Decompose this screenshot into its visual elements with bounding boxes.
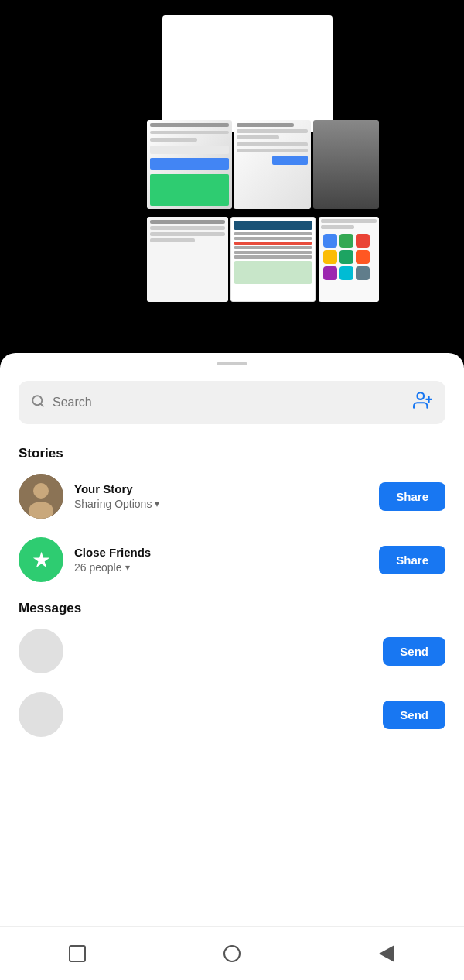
sheet-content: Stories Your Story Sharing Options ▾	[0, 365, 464, 737]
your-story-title: Your Story	[74, 482, 379, 495]
close-friends-title: Close Friends	[74, 546, 379, 559]
your-story-avatar	[19, 474, 63, 519]
screenshot-sub2	[234, 120, 311, 209]
your-story-subtitle[interactable]: Sharing Options ▾	[74, 498, 379, 510]
sharing-options-chevron: ▾	[155, 499, 159, 509]
send-button-1[interactable]: Send	[383, 637, 445, 666]
triangle-icon	[379, 945, 394, 962]
screenshot-sub3	[313, 120, 379, 209]
send-button-2[interactable]: Send	[383, 701, 445, 729]
square-icon	[69, 945, 86, 962]
message-item-2: Send	[19, 692, 445, 737]
nav-back-button[interactable]	[375, 942, 398, 965]
your-story-info: Your Story Sharing Options ▾	[74, 482, 379, 510]
svg-point-2	[417, 392, 424, 399]
svg-point-6	[33, 483, 49, 499]
nav-home-button[interactable]	[220, 942, 244, 965]
star-icon: ★	[32, 547, 51, 573]
bottom-nav	[0, 926, 464, 980]
sharing-options-label: Sharing Options	[74, 498, 152, 510]
message-avatar-2	[19, 692, 63, 737]
circle-icon	[223, 945, 241, 962]
add-people-icon[interactable]	[413, 390, 433, 415]
your-story-item: Your Story Sharing Options ▾ Share	[19, 474, 445, 519]
svg-line-1	[40, 403, 43, 406]
close-friends-avatar: ★	[19, 537, 63, 582]
user-avatar-image	[19, 474, 63, 519]
screenshot-sub5	[230, 217, 316, 302]
close-friends-share-button[interactable]: Share	[379, 546, 445, 574]
messages-section: Messages Send Send	[19, 601, 445, 737]
people-count-chevron: ▾	[125, 562, 130, 573]
nav-square-button[interactable]	[66, 942, 89, 965]
search-bar[interactable]	[19, 381, 445, 424]
stories-header: Stories	[19, 446, 445, 461]
bottom-sheet: Stories Your Story Sharing Options ▾	[0, 353, 464, 980]
top-area	[0, 0, 464, 364]
people-count-label: 26 people	[74, 561, 122, 574]
message-item-1: Send	[19, 629, 445, 673]
message-avatar-1	[19, 629, 63, 673]
close-friends-subtitle[interactable]: 26 people ▾	[74, 561, 379, 574]
close-friends-icon: ★	[19, 537, 63, 582]
search-input[interactable]	[53, 396, 413, 409]
screenshot-sub6	[319, 217, 379, 302]
your-story-share-button[interactable]: Share	[379, 482, 445, 511]
screenshot-main	[162, 15, 333, 132]
messages-header: Messages	[19, 601, 445, 616]
screenshot-collage	[147, 15, 317, 341]
screenshot-sub4	[147, 217, 228, 302]
search-icon	[31, 394, 45, 412]
close-friends-item: ★ Close Friends 26 people ▾ Share	[19, 537, 445, 582]
close-friends-info: Close Friends 26 people ▾	[74, 546, 379, 574]
screenshot-sub1	[147, 120, 232, 209]
